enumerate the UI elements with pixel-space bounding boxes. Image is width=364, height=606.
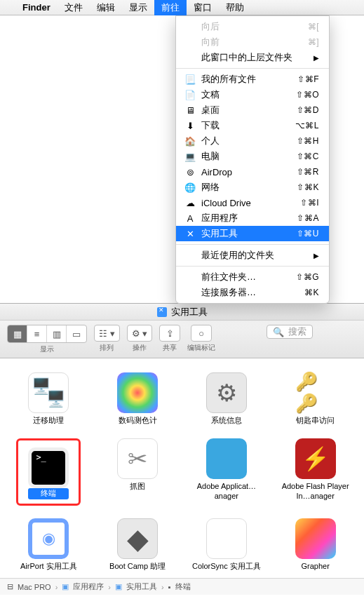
- app-item[interactable]: ColorSync 实用工具: [185, 518, 269, 572]
- menu-item-label: 文稿: [201, 88, 290, 101]
- menu-item[interactable]: 前往文件夹…⇧⌘G: [176, 269, 329, 285]
- arrange-group: ☷ ▾ 排列: [94, 325, 120, 353]
- app-icon: [295, 518, 336, 559]
- app-label: AirPort 实用工具: [20, 562, 77, 572]
- menu-edit[interactable]: 编辑: [90, 0, 122, 15]
- search-input[interactable]: 🔍 搜索: [267, 325, 313, 339]
- view-coverflow-button[interactable]: ▭: [67, 325, 86, 342]
- app-item[interactable]: Adobe Applicat…anager: [185, 438, 269, 506]
- window-titlebar: 实用工具: [0, 304, 364, 321]
- menu-item-icon: ✕: [184, 229, 196, 239]
- app-icon: [295, 438, 336, 479]
- path-segment[interactable]: 应用程序: [73, 581, 104, 592]
- menu-item[interactable]: ⬇下载⌥⌘L: [176, 118, 329, 133]
- menu-shortcut: ⇧⌘A: [297, 213, 319, 223]
- view-icons-button[interactable]: ▦: [8, 325, 27, 342]
- app-icon: [295, 372, 336, 413]
- disk-icon: ⊟: [7, 582, 13, 591]
- menu-shortcut: ⇧⌘R: [297, 167, 319, 177]
- app-item[interactable]: Boot Camp 助理: [96, 518, 180, 572]
- menubar: Finder 文件 编辑 显示 前往 窗口 帮助: [0, 0, 364, 15]
- app-menu[interactable]: Finder: [15, 0, 58, 15]
- app-label: Adobe Flash Player In…anager: [277, 482, 354, 501]
- app-item[interactable]: 迁移助理: [7, 372, 90, 426]
- app-icon: [117, 372, 158, 413]
- app-label: 钥匙串访问: [296, 416, 335, 426]
- menu-shortcut: ⌘[: [308, 22, 319, 32]
- submenu-arrow-icon: ▶: [314, 54, 320, 62]
- menu-item-icon: ☁: [184, 198, 196, 208]
- menu-view[interactable]: 显示: [122, 0, 154, 15]
- menu-window[interactable]: 窗口: [187, 0, 219, 15]
- menu-item-label: 向后: [201, 20, 302, 33]
- icon-grid: 迁移助理数码测色计系统信息钥匙串访问终端抓图Adobe Applicat…ana…: [0, 358, 364, 578]
- app-icon: [206, 438, 247, 479]
- menu-item[interactable]: 📄文稿⇧⌘O: [176, 87, 329, 102]
- arrange-button[interactable]: ☷ ▾: [94, 325, 120, 342]
- menu-item[interactable]: 🌐网络⇧⌘K: [176, 180, 329, 195]
- window-title: 实用工具: [171, 306, 208, 318]
- tags-button[interactable]: ○: [191, 325, 212, 342]
- app-item[interactable]: 钥匙串访问: [274, 372, 357, 426]
- path-segment[interactable]: 终端: [175, 581, 191, 592]
- menu-item[interactable]: 💻电脑⇧⌘C: [176, 149, 329, 164]
- menu-item-icon: 🏠: [184, 136, 196, 147]
- menu-item[interactable]: 连接服务器…⌘K: [176, 285, 329, 300]
- app-item[interactable]: 抓图: [96, 438, 180, 506]
- menu-item[interactable]: 🏠个人⇧⌘H: [176, 133, 329, 149]
- menu-item-icon: 🌐: [184, 182, 196, 193]
- folder-icon: ▣: [62, 582, 69, 591]
- menu-item[interactable]: 📃我的所有文件⇧⌘F: [176, 72, 329, 87]
- menu-item[interactable]: ⊚AirDrop⇧⌘R: [176, 164, 329, 180]
- search-icon: 🔍: [273, 327, 284, 337]
- app-label: 数码测色计: [119, 416, 157, 426]
- menu-item-label: 连接服务器…: [201, 286, 299, 299]
- menu-separator: [176, 68, 329, 69]
- app-icon: [117, 438, 158, 479]
- menu-item[interactable]: ✕实用工具⇧⌘U: [176, 226, 329, 241]
- menu-separator: [176, 266, 329, 267]
- menu-item[interactable]: 最近使用的文件夹▶: [176, 248, 329, 263]
- path-segment[interactable]: Mac PRO: [18, 583, 51, 591]
- view-columns-button[interactable]: ▥: [47, 325, 67, 342]
- menu-file[interactable]: 文件: [58, 0, 90, 15]
- menu-item: 向前⌘]: [176, 34, 329, 50]
- menu-shortcut: ⌥⌘L: [295, 121, 319, 130]
- app-item[interactable]: Adobe Flash Player In…anager: [274, 438, 357, 506]
- path-segment[interactable]: 实用工具: [126, 581, 157, 592]
- app-item[interactable]: 终端: [7, 438, 90, 506]
- menu-item[interactable]: 此窗口中的上层文件夹▶: [176, 50, 329, 65]
- app-item[interactable]: Grapher: [274, 518, 357, 572]
- app-icon: [28, 447, 69, 488]
- menu-item[interactable]: ☁iCloud Drive⇧⌘I: [176, 195, 329, 210]
- menu-item[interactable]: A应用程序⇧⌘A: [176, 210, 329, 226]
- menu-item-label: 最近使用的文件夹: [201, 249, 308, 262]
- app-item[interactable]: 系统信息: [185, 372, 269, 426]
- search-group: 🔍 搜索: [222, 325, 357, 339]
- menu-shortcut: ⇧⌘U: [297, 229, 319, 238]
- app-item[interactable]: 数码测色计: [96, 372, 180, 426]
- menu-shortcut: ⇧⌘K: [297, 182, 319, 192]
- menu-help[interactable]: 帮助: [219, 0, 251, 15]
- menu-item-label: 电脑: [201, 150, 291, 163]
- menu-go[interactable]: 前往: [154, 0, 187, 15]
- menu-item-label: 应用程序: [201, 212, 291, 224]
- share-group: ⇪ 共享: [159, 325, 180, 353]
- app-label: 抓图: [130, 482, 145, 492]
- menu-item-label: 下载: [201, 119, 290, 132]
- app-icon: [206, 518, 247, 559]
- menu-item[interactable]: 🖥桌面⇧⌘D: [176, 102, 329, 118]
- app-label: Boot Camp 助理: [109, 562, 166, 572]
- menu-shortcut: ⇧⌘H: [297, 136, 319, 146]
- app-item[interactable]: AirPort 实用工具: [7, 518, 90, 572]
- menu-item-icon: ⊚: [184, 167, 196, 177]
- menu-item-label: iCloud Drive: [201, 198, 295, 208]
- go-menu-dropdown: 向后⌘[向前⌘]此窗口中的上层文件夹▶📃我的所有文件⇧⌘F📄文稿⇧⌘O🖥桌面⇧⌘…: [175, 15, 330, 304]
- menu-item-icon: 📃: [184, 74, 196, 85]
- action-button[interactable]: ⚙ ▾: [127, 325, 153, 342]
- view-list-button[interactable]: ≡: [27, 325, 47, 342]
- menu-shortcut: ⌘K: [304, 288, 319, 297]
- toolbar: ▦ ≡ ▥ ▭ 显示 ☷ ▾ 排列 ⚙ ▾ 操作 ⇪ 共享 ○ 编辑标记 🔍 搜…: [0, 321, 364, 358]
- menu-shortcut: ⇧⌘I: [300, 198, 319, 208]
- share-button[interactable]: ⇪: [159, 325, 180, 342]
